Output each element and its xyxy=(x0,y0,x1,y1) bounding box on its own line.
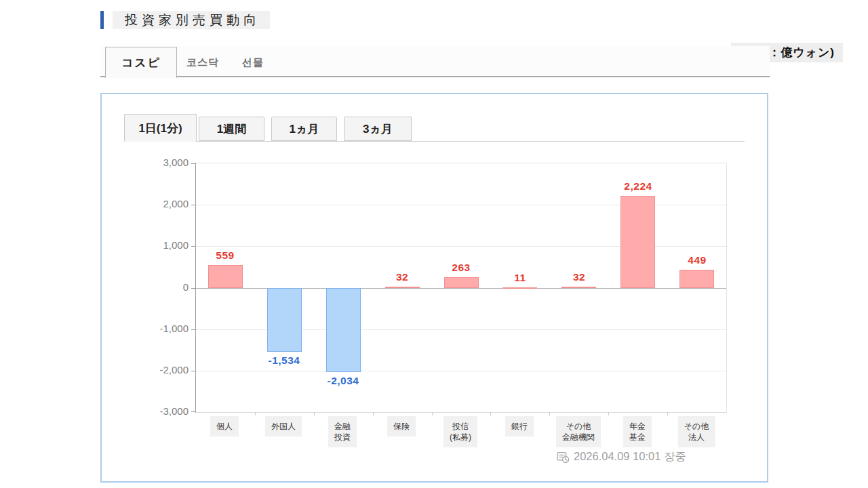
bar-value-label: 2,224 xyxy=(607,180,669,192)
y-axis-label: -2,000 xyxy=(146,364,189,375)
x-axis-tick xyxy=(314,412,315,415)
y-axis-label: 1,000 xyxy=(146,239,189,251)
header-accent-bar xyxy=(100,11,104,29)
category-label: 銀行 xyxy=(505,416,534,436)
x-axis-tick xyxy=(667,412,668,415)
bar-value-label: 11 xyxy=(489,272,551,284)
y-axis-tick xyxy=(191,371,195,371)
bar-その他法人 xyxy=(679,270,714,288)
category-label: 外国人 xyxy=(265,416,302,436)
bar-投信(私募) xyxy=(444,277,479,288)
y-axis-tick xyxy=(191,205,195,205)
y-axis-tick xyxy=(191,411,195,412)
chart-panel: 1日(1分)1週間1ヵ月3ヵ月 559-1,534-2,034322631132… xyxy=(100,93,768,483)
x-axis-tick xyxy=(490,412,491,415)
bar-value-label: -1,534 xyxy=(253,354,315,367)
y-axis-label: -1,000 xyxy=(146,323,189,334)
bar-value-label: -2,034 xyxy=(312,375,374,387)
tab-futures[interactable]: 선물 xyxy=(242,56,264,69)
bar-value-label: 559 xyxy=(194,249,256,262)
clock-calendar-icon xyxy=(557,451,570,464)
x-axis-tick xyxy=(549,412,550,415)
y-axis-label: 2,000 xyxy=(146,198,189,209)
x-axis-tick xyxy=(255,412,256,415)
y-axis-label: 0 xyxy=(146,281,189,293)
bar-chart-plot-area: 559-1,534-2,0343226311322,224449 xyxy=(195,163,727,413)
category-label: 個人 xyxy=(210,416,239,436)
bar-個人 xyxy=(208,265,243,288)
y-axis-label: -3,000 xyxy=(146,405,189,417)
y-axis-label: 3,000 xyxy=(146,157,189,168)
bar-金融投資 xyxy=(326,288,361,372)
category-label: その他 金融機関 xyxy=(556,416,601,447)
period-tabbar: 1日(1分)1週間1ヵ月3ヵ月 xyxy=(124,114,745,142)
section-header: 投資家別売買動向 xyxy=(100,11,270,29)
tab-kospi[interactable]: コスピ xyxy=(105,47,177,78)
bar-value-label: 32 xyxy=(548,271,610,283)
status-line: 2026.04.09 10:01 장중 xyxy=(557,449,686,464)
gridline xyxy=(196,371,726,371)
y-axis-tick xyxy=(191,288,195,289)
category-label: その他 法人 xyxy=(678,416,715,447)
x-axis-tick xyxy=(373,412,374,415)
market-tabbar: コスピ코스닥선물 xyxy=(100,46,770,77)
bar-value-label: 32 xyxy=(371,271,433,283)
tab-3month[interactable]: 3ヵ月 xyxy=(344,117,412,141)
tab-1month[interactable]: 1ヵ月 xyxy=(271,117,337,141)
category-label: 金融 投資 xyxy=(328,416,357,447)
category-label: 投信 (私募) xyxy=(443,416,477,447)
tab-1day-1min[interactable]: 1日(1分) xyxy=(124,114,197,142)
y-axis-tick xyxy=(191,246,195,247)
y-axis-tick xyxy=(191,163,195,164)
bar-保険 xyxy=(385,287,420,288)
bar-外国人 xyxy=(267,288,302,352)
y-axis-tick xyxy=(191,329,195,330)
category-label: 保険 xyxy=(387,416,416,436)
tab-1week[interactable]: 1週間 xyxy=(199,117,264,141)
x-axis-tick xyxy=(608,412,609,415)
category-label: 年金 基金 xyxy=(623,416,652,447)
bar-銀行 xyxy=(502,287,537,289)
status-timestamp: 2026.04.09 10:01 장중 xyxy=(574,449,686,464)
bar-年金基金 xyxy=(620,196,655,288)
bar-その他金融機関 xyxy=(561,287,596,288)
bar-value-label: 449 xyxy=(666,254,728,266)
x-axis-tick xyxy=(432,412,433,415)
page-title: 投資家別売買動向 xyxy=(113,11,270,29)
bar-value-label: 263 xyxy=(430,262,492,274)
tab-kosdaq[interactable]: 코스닥 xyxy=(186,56,219,69)
